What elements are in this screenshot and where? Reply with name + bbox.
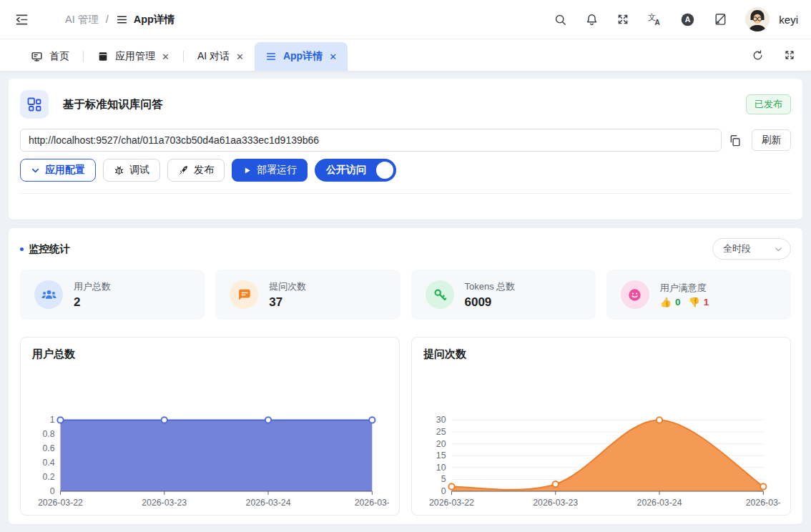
app-detail-card: 基于标准知识库问答 已发布 刷新 应用配置 bbox=[9, 79, 802, 220]
breadcrumb-current: App详情 bbox=[116, 13, 175, 26]
translate-icon[interactable]: 文 A bbox=[647, 12, 662, 27]
public-access-toggle[interactable]: 公开访问 bbox=[315, 159, 396, 182]
toggle-knob[interactable] bbox=[376, 162, 393, 179]
stat-user-satisfaction: 用户满意度 👍 0 👎 1 bbox=[606, 270, 791, 320]
svg-text:30: 30 bbox=[436, 415, 446, 425]
book-icon bbox=[97, 51, 109, 62]
debug-button[interactable]: 调试 bbox=[103, 159, 160, 182]
chevron-down-icon bbox=[774, 245, 783, 254]
bell-icon[interactable] bbox=[585, 13, 599, 26]
menu-icon bbox=[116, 14, 128, 26]
navbar-left: AI 管理 / App详情 bbox=[14, 12, 175, 27]
svg-text:0.6: 0.6 bbox=[42, 443, 54, 453]
monitor-icon bbox=[31, 51, 43, 63]
svg-text:5: 5 bbox=[441, 474, 446, 484]
chevron-down-icon bbox=[31, 166, 40, 175]
tab-label: App详情 bbox=[283, 50, 323, 63]
app-title: 基于标准知识库问答 bbox=[63, 97, 163, 112]
chat-url-input[interactable] bbox=[20, 129, 722, 152]
tab-home[interactable]: 首页 bbox=[20, 42, 80, 71]
users-chart-card: 用户总数 00.20.40.60.812026-03-222026-03-232… bbox=[20, 337, 400, 516]
app-header: 基于标准知识库问答 已发布 bbox=[20, 90, 791, 119]
refresh-url-button[interactable]: 刷新 bbox=[752, 129, 791, 151]
chart-title: 用户总数 bbox=[32, 348, 389, 361]
stat-tokens-total: Tokens 总数 6009 bbox=[411, 270, 596, 320]
avatar[interactable] bbox=[745, 7, 770, 31]
tab-ai-chat[interactable]: AI 对话 ✕ bbox=[187, 42, 255, 71]
stat-value: 2 bbox=[74, 295, 111, 310]
stat-value: 37 bbox=[269, 295, 306, 310]
stat-question-count: 提问次数 37 bbox=[215, 270, 400, 320]
search-icon[interactable] bbox=[554, 13, 567, 26]
tab-label: 应用管理 bbox=[115, 50, 155, 63]
username[interactable]: keyi bbox=[779, 14, 798, 26]
close-icon[interactable]: ✕ bbox=[329, 52, 337, 61]
svg-text:2026-03-24: 2026-03-24 bbox=[246, 498, 291, 508]
tabbar: 首页 应用管理 ✕ AI 对话 ✕ App详情 ✕ bbox=[0, 39, 811, 72]
breadcrumb-current-label: App详情 bbox=[134, 13, 175, 26]
key-icon bbox=[426, 280, 454, 309]
svg-text:0.2: 0.2 bbox=[42, 472, 54, 482]
close-icon[interactable]: ✕ bbox=[236, 52, 244, 61]
time-range-select[interactable]: 全时段 bbox=[712, 238, 791, 260]
thumb-down-count: 1 bbox=[704, 297, 709, 307]
refresh-icon[interactable] bbox=[752, 49, 764, 61]
chart-title: 提问次数 bbox=[423, 348, 780, 361]
svg-text:2026-03-23: 2026-03-23 bbox=[142, 498, 187, 508]
close-icon[interactable]: ✕ bbox=[162, 52, 169, 61]
theme-skin-icon[interactable] bbox=[713, 12, 727, 26]
collapse-sidebar-icon[interactable] bbox=[14, 12, 29, 27]
deploy-run-button[interactable]: 部署运行 bbox=[232, 159, 308, 182]
svg-text:2026-03-22: 2026-03-22 bbox=[38, 498, 83, 508]
svg-text:2026-03-24: 2026-03-24 bbox=[637, 498, 682, 508]
font-size-icon[interactable]: A bbox=[680, 12, 695, 27]
svg-text:A: A bbox=[685, 15, 691, 24]
charts-row: 用户总数 00.20.40.60.812026-03-222026-03-232… bbox=[20, 337, 791, 516]
fullscreen-icon[interactable] bbox=[616, 13, 629, 26]
rocket-icon bbox=[178, 165, 189, 176]
app-icon bbox=[20, 90, 49, 119]
navbar-right: 文 A A bbox=[554, 7, 798, 31]
stat-label: Tokens 总数 bbox=[465, 280, 516, 293]
svg-text:0.4: 0.4 bbox=[42, 458, 54, 468]
svg-text:A: A bbox=[655, 19, 660, 26]
svg-text:2026-03-22: 2026-03-22 bbox=[429, 498, 474, 508]
breadcrumb-section[interactable]: AI 管理 bbox=[65, 13, 99, 26]
svg-text:15: 15 bbox=[436, 450, 446, 460]
svg-text:10: 10 bbox=[436, 463, 446, 473]
stat-total-users: 用户总数 2 bbox=[20, 270, 205, 320]
monitoring-header: 监控统计 全时段 bbox=[20, 238, 791, 260]
tab-separator bbox=[183, 51, 184, 62]
tab-actions bbox=[752, 39, 802, 71]
tab-app-management[interactable]: 应用管理 ✕ bbox=[87, 42, 180, 71]
section-title: 监控统计 bbox=[29, 242, 70, 256]
tab-app-detail[interactable]: App详情 ✕ bbox=[255, 42, 348, 71]
satisfaction-values: 👍 0 👎 1 bbox=[660, 297, 709, 307]
smiley-icon bbox=[621, 280, 649, 309]
bullet-icon bbox=[20, 247, 24, 251]
action-buttons: 应用配置 调试 发布 bbox=[20, 159, 791, 182]
questions-area-chart: 0510152025302026-03-222026-03-232026-03-… bbox=[423, 371, 780, 513]
copy-icon[interactable] bbox=[728, 134, 742, 147]
breadcrumb-separator: / bbox=[106, 14, 109, 25]
svg-text:20: 20 bbox=[436, 439, 446, 449]
users-area-chart: 00.20.40.60.812026-03-222026-03-232026-0… bbox=[32, 371, 389, 513]
svg-text:25: 25 bbox=[436, 427, 446, 437]
thumb-up-count: 0 bbox=[675, 297, 681, 307]
stat-label: 用户满意度 bbox=[660, 282, 709, 295]
play-icon bbox=[242, 166, 252, 175]
tabs: 首页 应用管理 ✕ AI 对话 ✕ App详情 ✕ bbox=[20, 39, 348, 71]
fullscreen-icon[interactable] bbox=[784, 49, 795, 61]
top-navbar: AI 管理 / App详情 bbox=[0, 0, 811, 39]
app-config-button[interactable]: 应用配置 bbox=[20, 159, 96, 182]
tab-label: AI 对话 bbox=[197, 50, 230, 63]
users-icon bbox=[34, 280, 63, 309]
questions-chart-card: 提问次数 0510152025302026-03-222026-03-23202… bbox=[411, 337, 791, 516]
svg-text:0.8: 0.8 bbox=[42, 429, 54, 439]
publish-button[interactable]: 发布 bbox=[167, 159, 225, 182]
stat-cards: 用户总数 2 提问次数 37 bbox=[20, 270, 791, 320]
bug-icon bbox=[114, 165, 124, 176]
stat-label: 提问次数 bbox=[269, 280, 306, 293]
time-range-value: 全时段 bbox=[723, 242, 751, 255]
svg-text:2026-03-23: 2026-03-23 bbox=[533, 498, 578, 508]
